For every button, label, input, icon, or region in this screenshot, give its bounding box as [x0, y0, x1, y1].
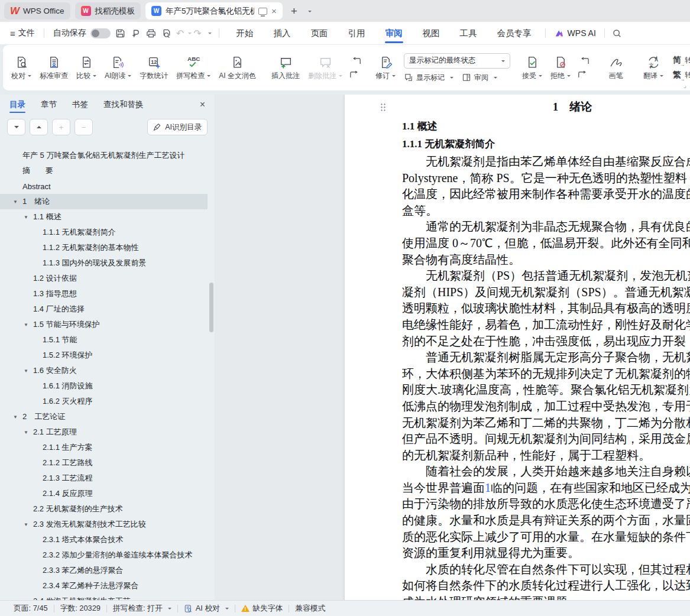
demote-button[interactable]: −	[74, 119, 93, 135]
tab-page[interactable]: 页面	[301, 22, 338, 44]
ai-proofread-status[interactable]: AI 校对	[178, 604, 235, 614]
compare-button[interactable]: 比较	[73, 53, 100, 83]
reject-button[interactable]: 拒绝	[547, 53, 574, 83]
ribbon-expand-icon[interactable]: ⌟	[683, 82, 686, 89]
screen-share-icon[interactable]	[258, 8, 267, 15]
file-menu[interactable]: ≡ 文件	[5, 28, 40, 38]
outline-item[interactable]: 1.1.1 无机絮凝剂简介	[0, 225, 208, 240]
outline-item[interactable]: 2.3.2 添加少量溶剂的单釜连续本体聚合技术	[0, 547, 208, 563]
track-changes-button[interactable]: 修订	[372, 53, 399, 83]
outline-item[interactable]: 1.6.2 灭火程序	[0, 394, 208, 409]
undo-caret-icon[interactable]	[188, 33, 192, 36]
tab-chapters[interactable]: 章节	[41, 95, 57, 115]
ai-outline-button[interactable]: AI识别目录	[147, 119, 208, 135]
collapse-arrow-icon[interactable]: ▼	[24, 430, 33, 435]
collapse-arrow-icon[interactable]: ▼	[24, 368, 33, 374]
outline-item[interactable]: 2.1.1 生产方案	[0, 440, 208, 455]
outline-item[interactable]: 1.5.1 节能	[0, 332, 208, 348]
outline-item[interactable]: 年产 5 万吨聚合氯化铝无机絮凝剂生产工艺设计	[0, 148, 208, 163]
tab-wps-home[interactable]: W WPS Office	[4, 2, 70, 20]
previous-comment-icon[interactable]	[348, 56, 362, 66]
close-sidebar-icon[interactable]: ×	[200, 99, 205, 110]
outline-item[interactable]: ▼1 绪论	[0, 194, 208, 209]
search-icon[interactable]	[610, 26, 625, 40]
outline-item[interactable]: ▼1.6 安全防火	[0, 363, 208, 378]
page-indicator[interactable]: 页面: 7/45	[8, 604, 54, 614]
redo-icon[interactable]: ↷	[192, 28, 203, 39]
missing-font-warning[interactable]: 缺失字体	[235, 604, 289, 614]
spell-check-button[interactable]: ABC 拼写检查	[173, 53, 214, 83]
traditional-to-simplified-button[interactable]: 繁→ 转简	[673, 70, 690, 80]
outline-item[interactable]: 2.3.3 苯乙烯的悬浮聚合	[0, 563, 208, 578]
outline-item[interactable]: ▼1.1 概述	[0, 209, 208, 225]
tab-reference[interactable]: 引用	[338, 22, 375, 44]
spell-check-status[interactable]: 拼写检查: 打开	[107, 604, 177, 614]
save-icon[interactable]	[113, 26, 128, 40]
undo-icon[interactable]: ↶	[174, 28, 186, 39]
tab-document[interactable]: W 年产5万吨聚合氯化铝无机絮凝 ×	[145, 2, 283, 20]
delete-comment-button[interactable]: 删除批注	[304, 53, 346, 83]
collapse-arrow-icon[interactable]: ▼	[13, 414, 22, 420]
tab-list-caret-icon[interactable]	[308, 11, 312, 14]
export-pdf-icon[interactable]	[128, 26, 144, 40]
outline-item[interactable]: 1.1.2 无机絮凝剂的基本物性	[0, 240, 208, 255]
outline-item[interactable]: ▼1.5 节能与环境保护	[0, 317, 208, 332]
collapse-arrow-icon[interactable]: ▼	[13, 199, 22, 205]
ai-polish-button[interactable]: AI 全文润色	[215, 53, 260, 83]
tab-member[interactable]: 会员专享	[487, 22, 542, 44]
print-icon[interactable]	[144, 26, 159, 40]
close-tab-icon[interactable]: ×	[271, 6, 277, 16]
outline-item[interactable]: 2.3.1 塔式本体聚合技术	[0, 532, 208, 547]
outline-item[interactable]: 1.2 设计依据	[0, 271, 208, 286]
outline-item[interactable]: 1.1.3 国内外的现状及发展前景	[0, 255, 208, 271]
show-markup-button[interactable]: 显示标记	[404, 73, 453, 83]
sidebar-scrollbar[interactable]	[209, 283, 213, 332]
accept-button[interactable]: 接受	[519, 53, 546, 83]
word-count-button[interactable]: 12 字数统计	[136, 53, 171, 83]
outline-item[interactable]: 2.1.3 工艺流程	[0, 471, 208, 486]
simplified-to-traditional-button[interactable]: 简→ 转繁	[673, 55, 690, 66]
outline-item[interactable]: 1.4 厂址的选择	[0, 301, 208, 317]
outline-item[interactable]: ▼2.1 工艺原理	[0, 424, 208, 440]
print-preview-icon[interactable]	[159, 26, 174, 40]
tab-insert[interactable]: 插入	[264, 22, 301, 44]
tab-tools[interactable]: 工具	[450, 22, 487, 44]
next-change-icon[interactable]	[576, 70, 591, 80]
collapse-arrow-icon[interactable]: ▼	[24, 522, 33, 527]
wps-ai-button[interactable]: WPS AI	[549, 28, 601, 38]
expand-all-button[interactable]	[7, 119, 25, 135]
outline-item[interactable]: 摘 要	[0, 163, 208, 179]
tab-docer-template[interactable]: W 找稻壳模板	[75, 2, 141, 20]
previous-change-icon[interactable]	[576, 56, 591, 66]
tab-find-replace[interactable]: 查找和替换	[103, 95, 144, 115]
standard-review-button[interactable]: 标准审查	[36, 53, 72, 83]
ai-read-button[interactable]: AI朗读	[101, 53, 135, 83]
outline-item[interactable]: 1.5.2 环境保护	[0, 348, 208, 363]
outline-item[interactable]: 1.6.1 消防设施	[0, 378, 208, 394]
outline-item[interactable]: Abstract	[0, 179, 208, 194]
new-tab-button[interactable]: +	[287, 5, 301, 18]
autosave-toggle[interactable]	[90, 28, 111, 38]
compat-mode-indicator[interactable]: 兼容模式	[289, 604, 331, 614]
outline-item[interactable]: 2.3.4 苯乙烯种子法悬浮聚合	[0, 578, 208, 594]
outline-item[interactable]: 2.1.2 工艺路线	[0, 455, 208, 471]
outline-item[interactable]: 2.2 无机絮凝剂的生产技术	[0, 501, 208, 517]
tab-bookmarks[interactable]: 书签	[72, 95, 88, 115]
tab-home[interactable]: 开始	[226, 22, 264, 44]
toolbar-caret-icon[interactable]	[208, 33, 212, 36]
insert-comment-button[interactable]: 插入批注	[268, 53, 303, 83]
proofread-button[interactable]: 校对	[8, 53, 35, 83]
word-count-indicator[interactable]: 字数: 20329	[54, 604, 106, 614]
tab-outline[interactable]: 目录	[9, 95, 25, 115]
brush-button[interactable]: 画笔	[600, 53, 631, 83]
collapse-arrow-icon[interactable]: ▼	[24, 322, 33, 328]
outline-item[interactable]: 1.3 指导思想	[0, 286, 208, 301]
collapse-arrow-icon[interactable]: ▼	[24, 215, 33, 220]
translate-button[interactable]: 文 A 翻译	[640, 53, 667, 83]
promote-button[interactable]: +	[52, 119, 70, 135]
markup-state-dropdown[interactable]: 显示标记的最终状态	[404, 53, 510, 69]
review-pane-button[interactable]: 审阅	[462, 73, 497, 83]
tab-view[interactable]: 视图	[413, 22, 450, 44]
document-page[interactable]: 1 绪论 1.1 概述 1.1.1 无机絮凝剂简介 无机絮凝剂是指由苯乙烯单体经…	[345, 95, 690, 601]
tab-review[interactable]: 审阅	[375, 22, 413, 44]
